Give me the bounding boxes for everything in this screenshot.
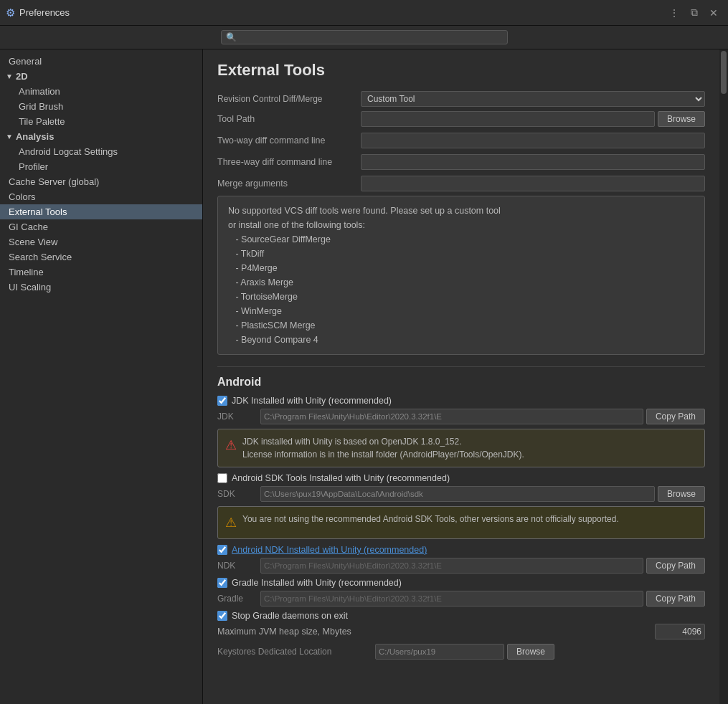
three-way-diff-row: Three-way diff command line (217, 153, 705, 171)
search-icon: 🔍 (226, 32, 237, 42)
sidebar-item-cache-server[interactable]: Cache Server (global) (0, 174, 202, 189)
sidebar-item-label: Cache Server (global) (9, 176, 99, 187)
sidebar-item-label: General (9, 56, 42, 67)
page-title: External Tools (217, 61, 705, 80)
ndk-path-input[interactable] (260, 558, 643, 574)
gradle-checkbox[interactable] (217, 578, 227, 588)
jdk-checkbox[interactable] (217, 396, 227, 406)
two-way-diff-row: Two-way diff command line (217, 131, 705, 150)
sdk-browse-button[interactable]: Browse (658, 486, 705, 502)
sidebar-item-animation[interactable]: Animation (0, 84, 202, 99)
no-vcs-info-box: No supported VCS diff tools were found. … (217, 196, 705, 355)
gradle-path-label: Gradle (217, 594, 260, 604)
sidebar-item-label: Animation (19, 86, 60, 97)
gradle-copy-path-button[interactable]: Copy Path (646, 591, 705, 607)
sidebar-item-colors[interactable]: Colors (0, 189, 202, 204)
sidebar-item-label: UI Scaling (9, 282, 51, 292)
sidebar-item-analysis[interactable]: ▼ Analysis (0, 129, 202, 144)
sidebar-item-gi-cache[interactable]: GI Cache (0, 219, 202, 234)
merge-args-input[interactable] (361, 176, 705, 191)
search-wrap: 🔍 (221, 30, 508, 44)
restore-button[interactable]: ⧉ (686, 4, 702, 22)
jdk-path-input[interactable] (260, 409, 643, 424)
no-vcs-message: No supported VCS diff tools were found. … (228, 206, 501, 345)
sidebar-item-label: External Tools (9, 206, 67, 217)
ndk-path-row: NDK Copy Path (217, 558, 705, 574)
title-bar: ⚙ Preferences ⋮ ⧉ ✕ (0, 0, 728, 26)
close-button[interactable]: ✕ (705, 4, 722, 22)
menu-button[interactable]: ⋮ (665, 4, 684, 22)
sidebar-item-2d[interactable]: ▼ 2D (0, 69, 202, 84)
jdk-path-row: JDK Copy Path (217, 409, 705, 424)
keystores-browse-button[interactable]: Browse (507, 644, 554, 660)
jdk-warning-box: ⚠ JDK installed with Unity is based on O… (217, 429, 705, 467)
sdk-warning-text: You are not using the recommended Androi… (242, 513, 619, 525)
gradle-checkbox-row: Gradle Installed with Unity (recommended… (217, 578, 705, 588)
jdk-checkbox-label: JDK Installed with Unity (recommended) (232, 396, 392, 406)
sdk-checkbox[interactable] (217, 473, 227, 483)
sdk-warning-box: ⚠ You are not using the recommended Andr… (217, 506, 705, 539)
ndk-checkbox[interactable] (217, 545, 227, 555)
window-title: Preferences (19, 7, 70, 18)
sidebar-item-general[interactable]: General (0, 54, 202, 69)
sidebar-item-grid-brush[interactable]: Grid Brush (0, 99, 202, 114)
sidebar-item-label: GI Cache (9, 222, 48, 232)
ndk-checkbox-label[interactable]: Android NDK Installed with Unity (recomm… (232, 545, 427, 555)
sidebar-item-timeline[interactable]: Timeline (0, 265, 202, 280)
jdk-path-label: JDK (217, 412, 260, 422)
sidebar: General ▼ 2D Animation Grid Brush Tile P… (0, 49, 203, 704)
sidebar-item-android-logcat[interactable]: Android Logcat Settings (0, 144, 202, 159)
sidebar-item-tile-palette[interactable]: Tile Palette (0, 114, 202, 129)
revision-control-select[interactable]: Custom Tool (361, 91, 705, 107)
jdk-warning-text: JDK installed with Unity is based on Ope… (242, 435, 524, 461)
keystores-label: Keystores Dedicated Location (217, 647, 375, 657)
search-input[interactable] (240, 32, 503, 42)
stop-gradle-row: Stop Gradle daemons on exit (217, 611, 705, 621)
gradle-checkbox-label: Gradle Installed with Unity (recommended… (232, 578, 402, 588)
tool-path-label: Tool Path (217, 114, 361, 124)
merge-args-label: Merge arguments (217, 179, 361, 189)
jdk-checkbox-row: JDK Installed with Unity (recommended) (217, 396, 705, 406)
gear-icon: ⚙ (6, 6, 15, 19)
sdk-checkbox-row: Android SDK Tools Installed with Unity (… (217, 473, 705, 483)
scrollbar-track[interactable] (719, 49, 728, 704)
sidebar-item-label: Timeline (9, 267, 44, 277)
sidebar-item-label: Grid Brush (19, 101, 63, 112)
sdk-path-row: SDK Browse (217, 486, 705, 502)
tool-path-row: Tool Path Browse (217, 110, 705, 128)
tool-path-input[interactable] (361, 111, 655, 127)
jdk-copy-path-button[interactable]: Copy Path (646, 409, 705, 424)
two-way-diff-input[interactable] (361, 133, 705, 148)
ndk-copy-path-button[interactable]: Copy Path (646, 558, 705, 574)
sidebar-item-profiler[interactable]: Profiler (0, 159, 202, 174)
sidebar-item-label: Search Service (9, 252, 72, 262)
sidebar-item-label: Analysis (16, 131, 54, 142)
sidebar-item-external-tools[interactable]: External Tools (0, 204, 202, 219)
revision-control-label: Revision Control Diff/Merge (217, 94, 361, 104)
sdk-path-input[interactable] (260, 486, 655, 502)
ndk-checkbox-row: Android NDK Installed with Unity (recomm… (217, 545, 705, 555)
max-heap-label: Maximum JVM heap size, Mbytes (217, 627, 655, 637)
max-heap-input[interactable] (655, 624, 705, 639)
revision-control-row: Revision Control Diff/Merge Custom Tool (217, 91, 705, 107)
warning-icon: ⚠ (225, 513, 237, 533)
sidebar-item-ui-scaling[interactable]: UI Scaling (0, 280, 202, 295)
stop-gradle-checkbox[interactable] (217, 611, 227, 621)
scrollbar-thumb[interactable] (721, 51, 727, 94)
sidebar-item-label: Scene View (9, 237, 57, 247)
max-heap-row: Maximum JVM heap size, Mbytes (217, 624, 705, 639)
sidebar-item-search-service[interactable]: Search Service (0, 249, 202, 265)
title-bar-left: ⚙ Preferences (6, 6, 70, 19)
keystores-row: Keystores Dedicated Location Browse (217, 644, 705, 660)
title-bar-controls: ⋮ ⧉ ✕ (665, 4, 722, 22)
sidebar-item-label: Tile Palette (19, 116, 65, 127)
sidebar-item-scene-view[interactable]: Scene View (0, 234, 202, 249)
search-bar: 🔍 (0, 26, 728, 49)
sidebar-item-label: Android Logcat Settings (19, 146, 118, 157)
tool-path-browse-button[interactable]: Browse (658, 111, 705, 127)
main-layout: General ▼ 2D Animation Grid Brush Tile P… (0, 49, 728, 704)
gradle-path-input[interactable] (260, 591, 643, 607)
keystores-input[interactable] (375, 644, 504, 660)
android-section-title: Android (217, 366, 705, 389)
three-way-diff-input[interactable] (361, 154, 705, 170)
